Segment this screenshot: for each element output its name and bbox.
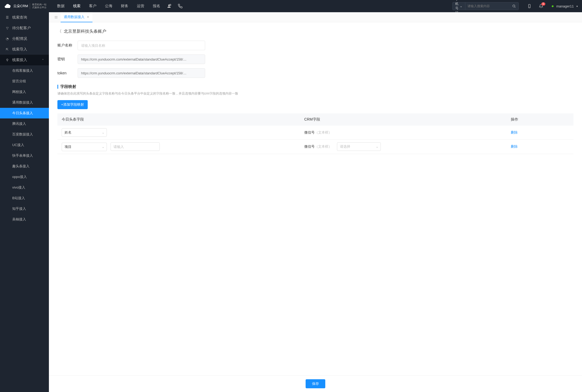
delete-link[interactable]: 删除 <box>511 130 518 134</box>
subnav-tencent[interactable]: 腾讯接入 <box>0 118 49 129</box>
subnav-zhihu[interactable]: 知乎接入 <box>0 203 49 214</box>
nav-data[interactable]: 数据 <box>57 4 65 8</box>
section-title: 字段映射 <box>60 84 76 89</box>
crm-field-label: 微信号 <box>304 130 315 134</box>
add-mapping-button[interactable]: +添加字段映射 <box>57 100 88 109</box>
plug-icon: ⚲ <box>5 58 9 62</box>
subnav-message-group[interactable]: 留言分组 <box>0 76 49 87</box>
pie-icon: ◔ <box>5 37 9 41</box>
chevron-down-icon: ▾ <box>576 5 578 8</box>
sidebar-item-integration[interactable]: ⚲ 线索接入 ˄ <box>0 55 49 65</box>
user-name: manager11 <box>556 4 574 8</box>
tab-generic-data[interactable]: 通用数据接入 ✕ <box>61 12 92 22</box>
field-select[interactable]: 项目 <box>62 143 107 151</box>
back-button[interactable]: 〈 <box>57 29 62 34</box>
logo[interactable]: 云朵CRM 教育机构一站 式服务云平台 <box>4 2 47 10</box>
subnav-oppo[interactable]: oppo接入 <box>0 172 49 182</box>
cloud-icon <box>4 2 12 10</box>
sidebar-subnav: 在线客服接入 留言分组 网校接入 通用数据接入 今日头条接入 腾讯接入 百度数据… <box>0 65 49 225</box>
sidebar-toggle[interactable] <box>52 15 61 19</box>
close-icon[interactable]: ✕ <box>87 15 89 19</box>
export-icon: ⇱ <box>5 48 9 51</box>
table-row: 项目 微信号（文本框） 请选择 删除 <box>57 140 573 154</box>
footer: 保存 <box>49 375 582 392</box>
search-input[interactable] <box>465 4 509 8</box>
subnav-meiyou[interactable]: 美柚接入 <box>0 214 49 225</box>
subnav-toutiao[interactable]: 今日头条接入 <box>0 108 49 118</box>
user-menu[interactable]: manager11 ▾ <box>552 4 578 8</box>
col-crm-field: CRM字段 <box>300 113 507 126</box>
crm-select[interactable]: 请选择 <box>337 142 381 151</box>
search-icon <box>512 4 516 8</box>
phone-icon[interactable] <box>178 4 183 8</box>
subnav-uc[interactable]: UC接入 <box>0 140 49 150</box>
field-select[interactable]: 姓名 <box>62 128 107 137</box>
crm-field-label: 微信号 <box>304 144 315 148</box>
label-token: token <box>57 71 78 75</box>
delete-link[interactable]: 删除 <box>511 144 518 148</box>
add-user-icon[interactable] <box>167 4 171 8</box>
crm-field-type: （文本框） <box>315 144 332 148</box>
subnav-bilibili[interactable]: B站接入 <box>0 193 49 203</box>
page-title: 北京昱新科技头条账户 <box>64 29 106 34</box>
nav-finance[interactable]: 财务 <box>121 4 128 8</box>
subnav-vivo[interactable]: vivo接入 <box>0 182 49 193</box>
searchbar: 手机号码 ⌄ <box>452 2 519 10</box>
device-icon[interactable] <box>527 4 532 8</box>
input-secret[interactable] <box>78 54 205 64</box>
nav-customers[interactable]: 客户 <box>89 4 96 8</box>
notifications[interactable]: 5 <box>539 4 543 8</box>
logo-text: 云朵CRM <box>13 4 28 8</box>
notification-badge: 5 <box>541 2 546 6</box>
sidebar: ☰ 线索查询 ▽ 待分配客户 ◔ 分配情况 ⇱ 线索导入 ⚲ 线索接入 ˄ 在线… <box>0 12 49 392</box>
search-button[interactable] <box>509 4 518 8</box>
nav-leads[interactable]: 线索 <box>73 4 81 8</box>
nav-ops[interactable]: 运营 <box>137 4 144 8</box>
filter-icon: ▽ <box>5 26 9 30</box>
field-input[interactable] <box>111 142 160 151</box>
search-type-select[interactable]: 手机号码 ⌄ <box>453 2 465 10</box>
input-token[interactable] <box>78 68 205 78</box>
logo-tagline: 教育机构一站 式服务云平台 <box>30 3 47 9</box>
menu-icon <box>54 15 58 19</box>
table-row: 姓名 微信号（文本框） 删除 <box>57 126 573 140</box>
label-secret: 密钥 <box>57 57 78 62</box>
topnav: 数据 线索 客户 公海 财务 运营 报名 <box>57 4 160 8</box>
section-bar <box>57 85 58 89</box>
subnav-school[interactable]: 网校接入 <box>0 87 49 97</box>
status-dot <box>552 5 554 7</box>
svg-rect-3 <box>529 4 530 8</box>
input-account-name[interactable] <box>78 41 205 50</box>
subnav-generic-data[interactable]: 通用数据接入 <box>0 97 49 108</box>
mapping-table: 今日头条字段 CRM字段 操作 姓名 微信号（文本框） 删除 <box>57 113 573 154</box>
subnav-baidu[interactable]: 百度数据接入 <box>0 129 49 140</box>
tabs: 通用数据接入 ✕ <box>49 12 582 22</box>
subnav-online-service[interactable]: 在线客服接入 <box>0 65 49 76</box>
nav-pool[interactable]: 公海 <box>105 4 112 8</box>
section-hint: 请确保您在此填写的头条自定义字段名称与在今日头条平台中自定义的字段名称一致，并且… <box>57 91 573 96</box>
list-icon: ☰ <box>5 16 9 19</box>
chevron-down-icon: ⌄ <box>460 4 462 8</box>
subnav-qutoutiao[interactable]: 趣头条接入 <box>0 161 49 172</box>
nav-enroll[interactable]: 报名 <box>153 4 160 8</box>
sidebar-item-lead-query[interactable]: ☰ 线索查询 <box>0 12 49 23</box>
label-account-name: 账户名称 <box>57 43 78 48</box>
sidebar-item-allocation[interactable]: ◔ 分配情况 <box>0 33 49 44</box>
save-button[interactable]: 保存 <box>306 379 325 388</box>
col-toutiao-field: 今日头条字段 <box>57 113 300 126</box>
chevron-up-icon: ˄ <box>42 59 44 62</box>
sidebar-item-import[interactable]: ⇱ 线索导入 <box>0 44 49 55</box>
sidebar-item-pending[interactable]: ▽ 待分配客户 <box>0 23 49 33</box>
topbar: 云朵CRM 教育机构一站 式服务云平台 数据 线索 客户 公海 财务 运营 报名… <box>0 0 582 12</box>
subnav-kuaishou[interactable]: 快手表单接入 <box>0 150 49 161</box>
crm-field-type: （文本框） <box>315 130 332 134</box>
svg-point-2 <box>513 5 515 7</box>
col-action: 操作 <box>507 113 573 126</box>
